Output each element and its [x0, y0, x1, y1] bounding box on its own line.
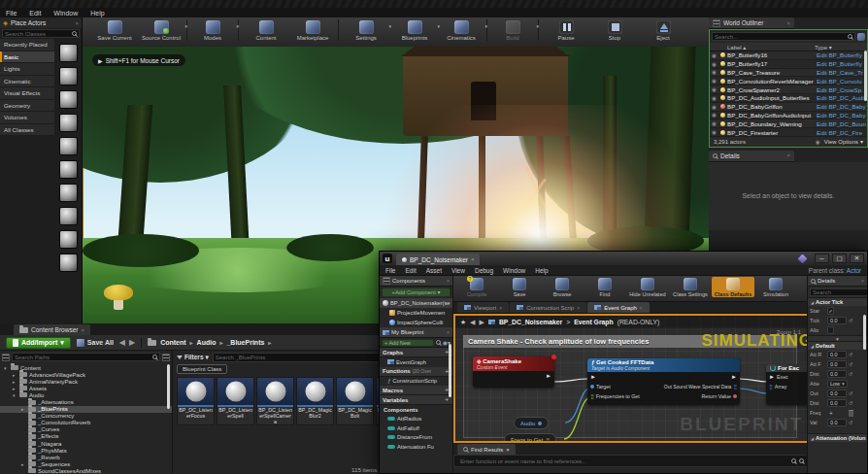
details-tab[interactable]: Details × — [709, 151, 794, 162]
detail-value[interactable]: 0.0 — [827, 360, 847, 368]
bp-toolbar-button[interactable]: Browse — [541, 277, 584, 297]
visibility-eye-icon[interactable]: ◉ — [710, 69, 718, 75]
close-icon[interactable]: × — [640, 305, 643, 311]
save-all-button[interactable]: Save All — [77, 339, 114, 347]
outliner-row[interactable]: ◉ BP_Cave_Treasure Edit BP_Cave_Tr — [710, 69, 867, 78]
expander-arrow-icon[interactable]: ▸ — [21, 461, 26, 467]
menu-item[interactable]: Help — [90, 10, 104, 17]
search-paths-input[interactable] — [15, 355, 150, 360]
detail-value[interactable]: 0.0 — [827, 419, 847, 426]
toolbar-button[interactable]: Blueprints — [390, 19, 439, 41]
macros-section-header[interactable]: Macros＋ — [380, 386, 452, 395]
asset-tile[interactable]: BP_DC_ListenerFocus — [177, 377, 215, 425]
close-icon[interactable]: × — [861, 278, 864, 284]
variable-row[interactable]: DistanceFrom — [380, 433, 452, 443]
expander-arrow-icon[interactable]: ▾ — [4, 365, 9, 371]
bp-toolbar-button[interactable]: Compile — [455, 277, 498, 297]
toolbar-button[interactable]: Pause — [542, 19, 590, 41]
toolbar-button[interactable]: Settings — [342, 19, 390, 41]
edit-blueprint-link[interactable]: Edit BP_CrowSp — [817, 86, 867, 93]
outliner-row[interactable]: ◉ BP_Butterfly17 Edit BP_Butterfly — [710, 60, 867, 69]
component-row[interactable]: BP_DC_Noisemaker(se — [380, 298, 452, 308]
menu-item[interactable]: Window — [53, 10, 78, 17]
visibility-eye-icon[interactable]: ◉ — [710, 78, 718, 84]
close-icon[interactable]: × — [786, 152, 790, 158]
actor-tick-section[interactable]: Actor Tick — [808, 297, 867, 306]
forward-icon[interactable]: ▶ — [479, 319, 484, 326]
outliner-search-input[interactable] — [715, 34, 846, 40]
folder-row[interactable]: _Reverb — [0, 454, 172, 460]
actor-thumbnail[interactable] — [59, 207, 78, 225]
functions-section-header[interactable]: Functions (20 Over ＋ — [380, 367, 452, 377]
view-options-button[interactable]: ◉ View Options ▾ — [814, 138, 863, 145]
folder-row[interactable]: _Curves — [0, 426, 172, 433]
filter-icon[interactable] — [857, 33, 865, 41]
search-classes-input[interactable] — [5, 31, 70, 37]
component-row[interactable]: ProjectileMovemen — [380, 308, 452, 318]
expander-arrow-icon[interactable]: ▸ — [21, 406, 26, 412]
add-new-button[interactable]: + Add New — [382, 339, 434, 347]
folder-row[interactable]: _ConvolutionReverb — [0, 420, 172, 426]
place-actors-category[interactable]: Basic — [0, 51, 54, 64]
folder-row[interactable]: _Niagara — [0, 440, 172, 447]
folder-row[interactable]: ▾ Content — [0, 364, 172, 371]
forward-button[interactable]: ▶ — [129, 338, 135, 347]
bp-toolbar-button[interactable]: Hide Unrelated — [626, 277, 669, 297]
folder-row[interactable]: _Effects — [0, 433, 172, 440]
detail-value[interactable]: 0.0 — [827, 399, 847, 407]
back-icon[interactable]: ◀ — [470, 319, 475, 326]
outliner-row[interactable]: ◉ BP_CrowSpawner2 Edit BP_CrowSp — [710, 85, 867, 94]
folder-row[interactable]: ▸ Assets — [0, 385, 172, 391]
detail-value[interactable]: + — [827, 409, 847, 417]
freqs-out-pin[interactable]: ⣿ — [546, 437, 550, 443]
toolbar-button[interactable]: Stop — [590, 19, 639, 41]
tree-scrollbar[interactable] — [167, 364, 170, 409]
toolbar-button[interactable]: Marketplace — [290, 19, 339, 41]
close-icon[interactable]: × — [447, 278, 450, 284]
expander-arrow-icon[interactable]: ▸ — [13, 386, 17, 391]
find-references-input[interactable] — [458, 457, 788, 465]
visibility-eye-icon[interactable]: ◉ — [710, 95, 718, 101]
back-button[interactable]: ◀ — [119, 338, 125, 347]
node-get-audio[interactable]: Audio — [514, 417, 549, 429]
place-actors-category[interactable]: Cinematic — [0, 76, 54, 88]
components-tab[interactable]: Components × — [380, 276, 452, 287]
eventgraph-row[interactable]: EventGraph — [380, 357, 452, 367]
folder-row[interactable]: ▸ _BluePrints — [0, 406, 172, 413]
bp-toolbar-button[interactable]: Find — [584, 277, 626, 297]
component-row[interactable]: ImpactSphereColli — [380, 318, 452, 327]
place-actors-category[interactable]: Volumes — [0, 112, 54, 124]
folder-row[interactable]: ▸ AnimalVarietyPack — [0, 378, 172, 385]
bp-toolbar-button[interactable]: Class Defaults — [712, 277, 754, 297]
visibility-eye-icon[interactable]: ◉ — [710, 86, 718, 92]
edit-blueprint-link[interactable]: Edit BP_Cave_Tr — [817, 69, 867, 76]
asset-tile[interactable]: BP_DC_MagicBolt — [336, 377, 374, 425]
exec-out-pin[interactable]: ► — [731, 374, 737, 380]
actor-thumbnail[interactable] — [59, 160, 78, 179]
details-search-input[interactable] — [813, 289, 867, 295]
menu-item[interactable]: Edit — [405, 267, 416, 274]
close-icon[interactable]: × — [81, 327, 84, 333]
spectral-data-pin[interactable]: ⣿ — [733, 384, 737, 389]
outliner-row[interactable]: ◉ BP_ConvolutionReverbManager Edit BP_Co… — [710, 77, 867, 85]
search-icon[interactable] — [436, 340, 441, 345]
actor-thumbnail[interactable] — [59, 114, 78, 132]
graph-tab[interactable]: Viewport × — [457, 302, 509, 313]
default-section[interactable]: Default — [808, 341, 867, 350]
visibility-eye-icon[interactable]: ◉ — [710, 112, 718, 118]
breadcrumb-item[interactable]: _BluePrints — [226, 339, 264, 346]
folder-row[interactable]: ▸ _Sequences — [0, 460, 172, 467]
outliner-row[interactable]: ◉ BP_DC_AudioInput_Butterflies Edit BP_D… — [710, 94, 867, 103]
node-get-freqs[interactable]: Freqs to Get ⣿ — [504, 433, 556, 443]
search-icon[interactable] — [791, 458, 796, 463]
expander-arrow-icon[interactable]: ▾ — [13, 392, 17, 398]
bp-details-tab[interactable]: Details × — [808, 276, 867, 287]
visibility-eye-icon[interactable]: ◉ — [710, 129, 718, 135]
visibility-eye-icon[interactable]: ◉ — [710, 120, 718, 126]
return-value-pin[interactable] — [733, 394, 737, 398]
detail-value[interactable]: 0.0 — [827, 389, 847, 397]
variable-row[interactable]: AttFalloff — [380, 423, 452, 433]
outliner-scrollbar[interactable] — [864, 51, 867, 101]
breadcrumb-graph[interactable]: Event Graph — [574, 319, 613, 325]
place-actors-category[interactable]: All Classes — [0, 124, 54, 137]
